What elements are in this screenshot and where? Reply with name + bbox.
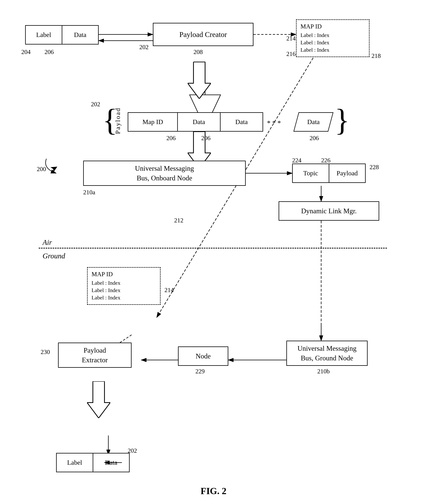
ref-228: 228 (370, 163, 379, 171)
svg-line-11 (157, 54, 315, 318)
map-id-ground-title: MAP ID (92, 271, 156, 278)
ref-230: 230 (41, 348, 50, 356)
ref-218: 218 (372, 52, 381, 59)
ref-210a: 210a (83, 189, 95, 196)
ref-208: 208 (193, 48, 203, 55)
umb-ground-box: Universal Messaging Bus, Ground Node (286, 341, 368, 366)
payload-part: Payload (329, 164, 365, 182)
ground-label: Ground (43, 252, 65, 260)
data-payload-1: Data (178, 113, 221, 131)
right-brace: } (335, 105, 350, 135)
svg-marker-16 (188, 62, 211, 99)
air-label: Air (43, 238, 52, 247)
ref-212: 212 (174, 217, 183, 224)
node-box: Node (178, 346, 228, 366)
data-para-box: Data (294, 112, 334, 132)
payload-extractor-box: Payload Extractor (58, 343, 132, 368)
ref-202-bottom: 202 (128, 447, 137, 454)
ref-202-top: 202 (139, 44, 149, 51)
ref-214-top: 214 (286, 35, 296, 42)
ref-214-ground: 214 (164, 287, 174, 294)
ref-202-payload: 202 (91, 101, 100, 108)
topic-part: Topic (293, 164, 329, 182)
map-id-top-box: MAP ID Label : Index Label : Index Label… (296, 19, 370, 57)
map-id-g-entry-2: Label : Index (92, 287, 156, 294)
ref-200: 200 (37, 165, 46, 173)
ref-216: 216 (286, 50, 296, 57)
map-id-g-entry-3: Label : Index (92, 294, 156, 301)
ref-206-p2: 206 (201, 134, 211, 142)
ref-206-p3: 206 (310, 134, 319, 142)
map-id-g-entry-1: Label : Index (92, 279, 156, 287)
map-id-entry-1: Label : Index (300, 31, 365, 39)
ref-204: 204 (21, 48, 30, 55)
ref-210b: 210b (317, 368, 330, 375)
ref-206-top: 206 (45, 48, 54, 55)
ref-229: 229 (195, 368, 205, 375)
map-id-entry-3: Label : Index (300, 46, 365, 54)
ellipsis-stars: * * * (267, 119, 281, 127)
dynamic-link-box: Dynamic Link Mgr. (279, 201, 379, 221)
map-id-ground-box: MAP ID Label : Index Label : Index Label… (87, 267, 160, 305)
topic-payload-box: Topic Payload (292, 163, 366, 183)
ref-200-arrow: ➤ (48, 161, 60, 175)
ref-226: 226 (321, 157, 330, 164)
map-id-entry-2: Label : Index (300, 39, 365, 46)
label-data-top-box: Label Data (25, 25, 99, 45)
ref-206-p1: 206 (166, 134, 176, 142)
air-ground-divider (39, 248, 387, 248)
svg-marker-18 (87, 381, 110, 418)
payload-label: Payload (114, 108, 122, 134)
umb-onboard-box: Universal Messaging Bus, Onboard Node (83, 161, 246, 186)
map-id-top-title: MAP ID (300, 23, 365, 30)
payload-data-row: Map ID Data Data (128, 112, 263, 132)
label-part-bottom: Label (57, 453, 93, 472)
payload-creator-box: Payload Creator (153, 23, 253, 46)
map-id-payload: Map ID (128, 113, 178, 131)
data-part-top: Data (62, 26, 98, 44)
figure-caption: FIG. 2 (0, 486, 427, 496)
ref-224: 224 (292, 157, 301, 164)
data-payload-2: Data (221, 113, 263, 131)
label-part-top: Label (26, 26, 62, 44)
